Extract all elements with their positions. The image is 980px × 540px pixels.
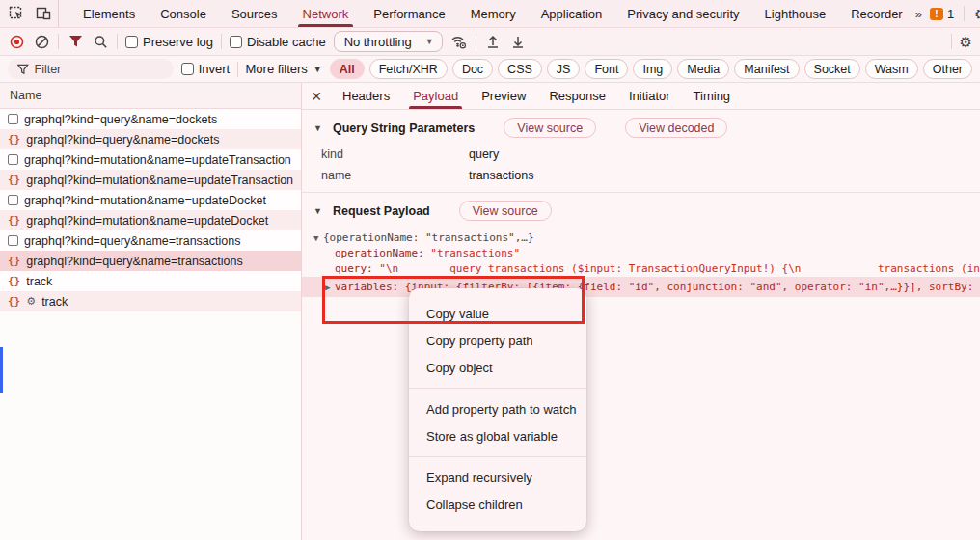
json-property-row[interactable]: query: "\n query transactions ($input: T… (302, 261, 980, 277)
divider (476, 34, 476, 49)
import-har-upload-icon[interactable] (484, 33, 502, 50)
request-row[interactable]: {} graphql?kind=mutation&name=updateDock… (0, 210, 301, 230)
view-source-button[interactable]: View source (504, 118, 596, 138)
chip-font[interactable]: Font (585, 59, 628, 79)
more-panels-icon[interactable]: » (915, 7, 920, 21)
request-row[interactable]: graphql?kind=mutation&name=updateDocket (0, 190, 301, 210)
request-label: graphql?kind=query&name=dockets (26, 133, 219, 147)
query-string-section-header[interactable]: ▼ Query String Parameters View source Vi… (302, 110, 980, 144)
tab-timing[interactable]: Timing (682, 83, 743, 109)
close-detail-icon[interactable]: ✕ (302, 83, 331, 109)
request-row[interactable]: {} graphql?kind=mutation&name=updateTran… (0, 170, 301, 190)
chip-other[interactable]: Other (923, 59, 972, 79)
request-payload-section-header[interactable]: ▼ Request Payload View source (302, 193, 980, 227)
request-list: graphql?kind=query&name=dockets {} graph… (0, 109, 301, 311)
chip-js[interactable]: JS (547, 59, 581, 79)
request-row[interactable]: {} graphql?kind=query&name=dockets (0, 129, 301, 149)
disable-cache-checkbox-input[interactable] (230, 36, 242, 48)
disable-cache-checkbox[interactable]: Disable cache (230, 35, 326, 49)
json-property-row[interactable]: operationName: "transactions" (302, 246, 980, 261)
tab-network[interactable]: Network (290, 0, 362, 27)
menu-item-expand-recursively[interactable]: Expand recursively (409, 464, 586, 491)
issues-counter[interactable]: ! 1 (930, 7, 954, 21)
tab-lighthouse[interactable]: Lighthouse (752, 0, 839, 27)
request-label: graphql?kind=query&name=transactions (24, 234, 240, 248)
chevron-down-icon: ▼ (425, 37, 434, 46)
request-row[interactable]: {} ⚙ track (0, 291, 301, 311)
tab-recorder[interactable]: Recorder (838, 0, 914, 27)
chip-img[interactable]: Img (633, 59, 672, 79)
filter-input[interactable] (35, 63, 164, 76)
chip-all[interactable]: All (330, 59, 365, 79)
view-source-button[interactable]: View source (459, 201, 552, 221)
invert-checkbox-input[interactable] (181, 63, 194, 75)
network-toolbar: Preserve log Disable cache No throttling… (0, 28, 980, 56)
record-network-log-icon[interactable] (8, 33, 25, 50)
tab-application[interactable]: Application (529, 0, 615, 27)
filter-funnel-icon[interactable] (67, 33, 84, 50)
request-row[interactable]: graphql?kind=query&name=dockets (0, 109, 301, 129)
request-row[interactable]: {} track (0, 271, 301, 291)
fetch-braces-icon: {} (8, 175, 20, 185)
tab-performance[interactable]: Performance (361, 0, 457, 27)
preserve-log-checkbox[interactable]: Preserve log (125, 35, 213, 49)
menu-item-copy-object[interactable]: Copy object (409, 354, 586, 381)
inspect-element-icon[interactable] (8, 5, 25, 22)
clear-network-log-icon[interactable] (33, 33, 50, 50)
menu-item-collapse-children[interactable]: Collapse children (409, 491, 586, 518)
more-filters-dropdown[interactable]: More filters ▼ (246, 62, 322, 76)
json-variables-row-selected[interactable]: ▶variables: {input: {filterBy: [{item: {… (302, 277, 980, 297)
preserve-log-checkbox-input[interactable] (125, 36, 138, 48)
chip-manifest[interactable]: Manifest (734, 59, 799, 79)
chip-wasm[interactable]: Wasm (865, 59, 918, 79)
divider (951, 34, 952, 49)
request-list-header[interactable]: Name (0, 83, 301, 109)
network-settings-gear-icon[interactable]: ⚙ (960, 35, 972, 49)
divider (117, 34, 118, 49)
tab-sources[interactable]: Sources (219, 0, 290, 27)
chip-doc[interactable]: Doc (452, 59, 493, 79)
fetch-braces-icon: {} (8, 276, 20, 286)
network-conditions-icon[interactable] (450, 33, 468, 50)
throttling-select[interactable]: No throttling ▼ (334, 31, 443, 52)
json-key: query: (335, 262, 379, 275)
tab-response[interactable]: Response (537, 83, 617, 109)
json-root-preview: {operationName: "transactions",…} (323, 231, 534, 244)
menu-item-copy-value[interactable]: Copy value (409, 300, 586, 327)
view-decoded-button[interactable]: View decoded (625, 118, 727, 138)
fetch-braces-icon: {} (8, 215, 20, 226)
invert-checkbox[interactable]: Invert (181, 62, 231, 76)
chip-css[interactable]: CSS (498, 59, 542, 79)
left-edge-blue-strip (0, 347, 3, 393)
settings-gear-icon[interactable]: ⚙ (974, 7, 980, 21)
request-label: track (41, 295, 68, 309)
chip-media[interactable]: Media (677, 59, 729, 79)
toolbar-left-icons (0, 0, 59, 27)
search-icon[interactable] (92, 33, 109, 50)
triangle-down-icon: ▼ (313, 230, 323, 246)
chip-socket[interactable]: Socket (804, 59, 860, 79)
tab-memory[interactable]: Memory (458, 0, 529, 27)
tab-privacy-security[interactable]: Privacy and security (614, 0, 751, 27)
request-row-selected[interactable]: {} graphql?kind=query&name=transactions (0, 251, 301, 271)
menu-item-store-as-global-variable[interactable]: Store as global variable (409, 422, 586, 449)
request-row[interactable]: graphql?kind=mutation&name=updateTransac… (0, 149, 301, 170)
request-payload-title: Request Payload (333, 204, 430, 218)
json-root-row[interactable]: ▼{operationName: "transactions",…} (302, 230, 980, 246)
export-har-download-icon[interactable] (509, 33, 527, 50)
chip-fetch-xhr[interactable]: Fetch/XHR (369, 59, 448, 79)
filter-field[interactable] (8, 59, 174, 79)
tab-initiator[interactable]: Initiator (617, 83, 682, 109)
tab-payload[interactable]: Payload (401, 83, 470, 109)
device-toolbar-icon[interactable] (35, 5, 52, 22)
request-row[interactable]: graphql?kind=query&name=transactions (0, 230, 301, 251)
menu-item-copy-property-path[interactable]: Copy property path (409, 327, 586, 354)
document-icon (8, 154, 18, 165)
tab-preview[interactable]: Preview (470, 83, 537, 109)
menu-item-add-property-path-to-watch[interactable]: Add property path to watch (409, 395, 586, 422)
query-string-title: Query String Parameters (333, 122, 475, 135)
tab-console[interactable]: Console (148, 0, 219, 27)
tab-headers[interactable]: Headers (331, 83, 401, 109)
type-filter-chips: All Fetch/XHR Doc CSS JS Font Img Media … (330, 59, 972, 79)
tab-elements[interactable]: Elements (70, 0, 148, 27)
